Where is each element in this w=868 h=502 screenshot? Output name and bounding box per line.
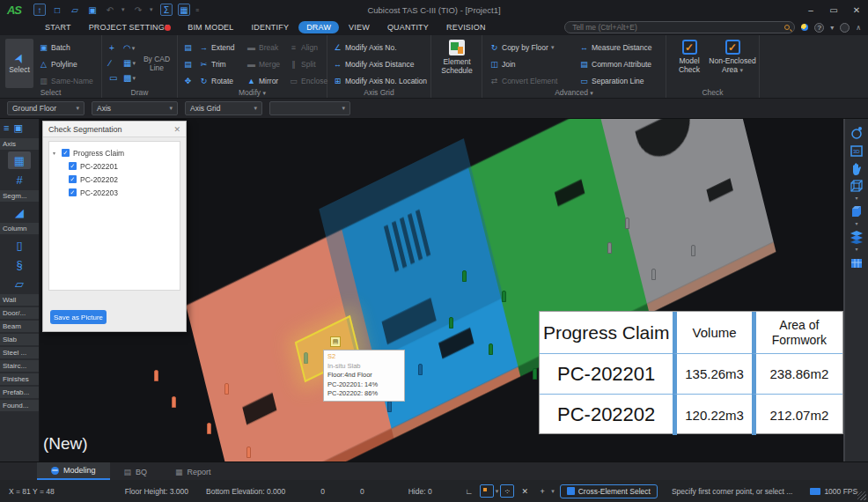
help-icon[interactable]: ? — [814, 23, 824, 33]
view-mode-caret-icon[interactable]: ▾ — [855, 196, 857, 201]
split-button[interactable]: ∥ Split — [289, 57, 327, 71]
pc3-checkbox[interactable]: ✓ — [69, 188, 77, 196]
shaped-column-tool-icon[interactable]: § — [8, 255, 31, 273]
copy-by-floor-button[interactable]: ↻ Copy by Floor ▾ — [489, 41, 557, 55]
tab-bim-model[interactable]: BIM MODEL — [180, 21, 241, 33]
tab-view[interactable]: VIEW — [341, 21, 378, 33]
tab-quantity[interactable]: QUANTITY — [379, 21, 437, 33]
undo-caret-icon[interactable]: ▾ — [121, 6, 127, 13]
floor-box-caret-icon[interactable]: ▾ — [855, 247, 857, 252]
common-attribute-button[interactable]: ▤ Common Attribute — [579, 57, 652, 71]
tab-bq[interactable]: ▤ BQ — [110, 464, 162, 480]
wall-column-tool-icon[interactable]: ▱ — [8, 275, 31, 292]
point-icon[interactable]: + — [109, 41, 123, 55]
lightbulb-icon[interactable] — [801, 24, 808, 31]
cross-element-select-button[interactable]: Cross-Element Select — [560, 484, 658, 498]
trim-button[interactable]: ✂ Trim — [199, 57, 234, 71]
redo-icon[interactable]: ↷ — [132, 4, 144, 16]
wireframe-view-icon[interactable] — [850, 179, 864, 193]
grid-select-icon[interactable]: ▦ — [178, 4, 190, 16]
upload-icon[interactable]: ↑ — [33, 4, 46, 16]
move-button[interactable]: ✥ — [183, 74, 193, 88]
tell-me-input[interactable] — [564, 21, 795, 33]
undo-icon[interactable]: ↶ — [104, 4, 116, 16]
element-dropdown[interactable]: Axis Grid ▾ — [185, 101, 262, 115]
open-file-icon[interactable]: ▱ — [69, 4, 81, 16]
tab-project-settings[interactable]: PROJECT SETTINGS — [81, 21, 179, 33]
layers-caret-icon[interactable]: ▾ — [855, 222, 857, 226]
save-icon[interactable]: ▣ — [86, 4, 99, 16]
sidebar-header-slab[interactable]: Slab — [0, 334, 39, 345]
modify-axis-no-button[interactable]: ∠ Modify Axis No. — [333, 41, 427, 55]
cross-icon[interactable]: ✕ — [518, 484, 532, 498]
list-view-icon[interactable]: ≡ — [4, 122, 9, 134]
new-file-icon[interactable]: □ — [51, 4, 63, 16]
add-point-caret-icon[interactable]: ▾ — [551, 488, 555, 495]
ortho-icon[interactable]: ∟ — [462, 484, 476, 498]
selection-box-icon[interactable] — [480, 484, 494, 498]
more-icon[interactable]: ≡ — [195, 7, 201, 13]
measure-distance-button[interactable]: ↔ Measure Distance — [579, 41, 652, 55]
modify-aux2-button[interactable]: ▤ — [183, 57, 193, 71]
mirror-button[interactable]: ▲ Mirror — [246, 74, 280, 88]
polyline-button[interactable]: △ Polyline — [39, 57, 93, 71]
select-button[interactable]: ➤ Select — [5, 39, 33, 88]
minimize-button[interactable]: – — [799, 1, 822, 18]
rotate-button[interactable]: ↻ Rotate — [199, 74, 234, 88]
panel-view-icon[interactable]: ▣ — [13, 122, 22, 134]
element-schedule-button[interactable]: Element Schedule — [434, 40, 480, 75]
collapse-ribbon-icon[interactable]: ∧ — [856, 24, 861, 32]
non-enclosed-area-button[interactable]: ✓ Non-Enclosed Area ▾ — [709, 40, 756, 74]
maximize-button[interactable]: ▭ — [822, 1, 845, 18]
3d-view-icon[interactable]: 3D — [850, 144, 864, 158]
redo-caret-icon[interactable]: ▾ — [150, 6, 155, 13]
save-as-picture-button[interactable]: Save as Picture — [50, 310, 107, 324]
empty-dropdown[interactable]: ▾ — [269, 101, 350, 115]
tab-draw[interactable]: DRAW — [298, 21, 339, 33]
model-canvas[interactable]: ▤ S2 In-situ Slab Floor:4nd Floor PC-202… — [40, 119, 843, 461]
axis-net-tool-icon[interactable]: # — [8, 171, 31, 188]
add-point-icon[interactable]: + — [535, 484, 549, 498]
segment-tool-icon[interactable]: ◢ — [8, 203, 31, 221]
tree-item-row[interactable]: ✓ PC-202201 — [53, 159, 176, 173]
close-button[interactable]: ✕ — [845, 1, 868, 18]
hatch-icon[interactable]: ▩▾ — [123, 70, 139, 85]
rect-icon[interactable]: ▭ — [109, 70, 123, 85]
tab-identify[interactable]: IDENTIFY — [244, 21, 298, 33]
convert-element-button[interactable]: ⇄ Convert Element — [489, 74, 557, 88]
user-icon[interactable] — [840, 23, 850, 33]
resize-grip[interactable] — [857, 491, 866, 500]
batch-button[interactable]: ▣ Batch — [39, 41, 93, 55]
panel-close-icon[interactable]: ✕ — [173, 125, 180, 134]
arc-icon[interactable]: ◠▾ — [123, 41, 139, 55]
tab-start[interactable]: START — [37, 21, 79, 33]
snap-nodes-icon[interactable]: ⁘ — [500, 484, 514, 498]
selection-box-caret-icon[interactable]: ▾ — [496, 488, 499, 495]
modify-axis-location-button[interactable]: ⊞ Modify Axis No. Location — [333, 74, 427, 88]
column-tool-icon[interactable]: ▯ — [8, 236, 31, 254]
floor-dropdown[interactable]: Ground Floor ▾ — [7, 101, 85, 115]
sidebar-header-prefab[interactable]: Prefab... — [0, 387, 39, 398]
orbit-icon[interactable] — [850, 126, 864, 140]
line-icon[interactable]: ∕ — [109, 55, 123, 70]
tab-revision[interactable]: REVISION — [438, 21, 494, 33]
tree-expand-icon[interactable]: ▾ — [53, 150, 58, 156]
sidebar-header-door[interactable]: Door/... — [0, 307, 39, 319]
help-caret-icon[interactable]: ▾ — [830, 24, 834, 32]
align-button[interactable]: ≡ Align — [289, 41, 327, 55]
sidebar-header-finishes[interactable]: Finishes — [0, 373, 39, 385]
same-name-button[interactable]: ▥ Same-Name — [39, 74, 93, 88]
tab-modeling[interactable]: Modeling — [37, 462, 110, 480]
tab-report[interactable]: ▦ Report — [161, 464, 225, 480]
floor-box-icon[interactable] — [850, 255, 864, 269]
grid-dots-icon[interactable]: ▦▾ — [123, 55, 139, 70]
layers-icon[interactable] — [850, 230, 864, 244]
sidebar-header-wall[interactable]: Wall — [0, 294, 39, 306]
axis-grid-tool-icon[interactable]: ▦ — [8, 151, 31, 169]
merge-button[interactable]: ▬ Merge — [246, 57, 280, 71]
enclose-button[interactable]: ▭ Enclose — [289, 74, 327, 88]
model-check-button[interactable]: ✓ Model Check — [672, 40, 707, 74]
sigma-icon[interactable]: Σ — [160, 4, 173, 16]
by-cad-line-button[interactable]: By CAD Line — [142, 55, 172, 72]
sidebar-header-beam[interactable]: Beam — [0, 321, 39, 332]
